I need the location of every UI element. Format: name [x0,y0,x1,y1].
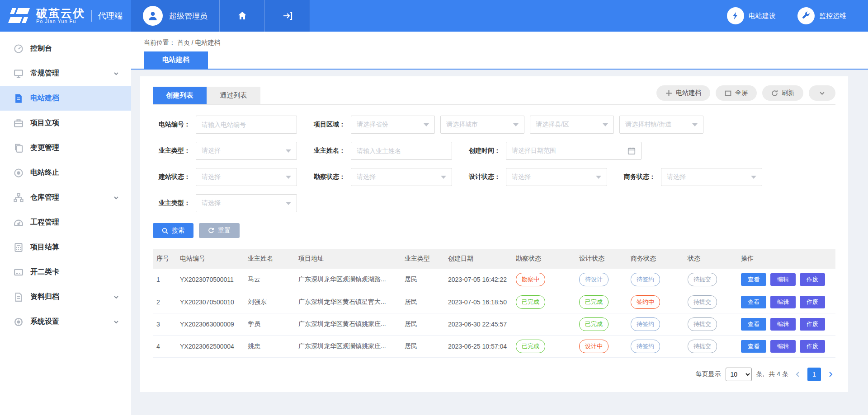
home-button[interactable] [220,0,265,32]
invalidate-button[interactable]: 作废 [800,296,825,308]
sidebar-item-system-settings[interactable]: 系统设置 [0,309,131,334]
logout-button[interactable] [265,0,310,32]
caret-down-icon [286,202,291,205]
topbar-nav: 电站建设 监控运维 [727,0,868,32]
filter-business-status: 商务状态： 请选择 [618,168,762,186]
field-label: 建站状态： [153,173,196,181]
survey-status-select[interactable]: 请选择 [351,168,452,186]
col-status: 状态 [684,249,737,269]
button-label: 电站建档 [676,89,701,97]
col-business-status: 商务状态 [627,249,684,269]
nav-station-build[interactable]: 电站建设 [727,7,776,24]
business-status-select[interactable]: 请选择 [661,168,762,186]
region-selects: 请选择省份 请选择城市 请选择县/区 请选择村镇/街道 [351,116,703,134]
document-icon [14,93,24,103]
sidebar-item-station-archive[interactable]: 电站建档 [0,86,131,111]
chevron-down-icon [113,294,119,300]
search-button[interactable]: 搜索 [153,223,193,238]
sidebar-item-general-mgmt[interactable]: 常规管理 [0,61,131,86]
view-button[interactable]: 查看 [741,273,766,286]
user-section: 超级管理员 [131,0,310,32]
nav-monitor-ops[interactable]: 监控运维 [797,7,846,24]
chevron-down-icon [113,319,119,325]
prev-page-button[interactable] [793,369,803,379]
reset-button[interactable]: 重置 [199,223,240,238]
sidebar-item-change-mgmt[interactable]: 变更管理 [0,135,131,160]
page-tab-station-archive[interactable]: 电站建档 [144,51,208,69]
province-select[interactable]: 请选择省份 [351,116,435,134]
invalidate-button[interactable]: 作废 [800,318,825,331]
sitemap-icon [14,193,24,203]
view-button[interactable]: 查看 [741,340,766,353]
user-menu[interactable]: 超级管理员 [131,0,220,32]
collapse-button[interactable] [809,85,835,101]
edit-button[interactable]: 编辑 [770,273,796,286]
edit-button[interactable]: 编辑 [770,318,796,331]
owner-type-2-select[interactable]: 请选择 [196,194,297,212]
page-number-1[interactable]: 1 [807,368,821,381]
city-select[interactable]: 请选择城市 [440,116,524,134]
cell-owner-type: 居民 [401,313,444,335]
edit-button[interactable]: 编辑 [770,296,796,308]
next-page-button[interactable] [826,369,835,379]
refresh-button[interactable]: 刷新 [762,85,803,101]
page-tabs: 电站建档 [131,51,868,69]
sidebar-item-project-settlement[interactable]: 项目结算 [0,235,131,260]
caret-down-icon [751,176,756,179]
county-select[interactable]: 请选择县/区 [530,116,614,134]
design-status-select[interactable]: 请选择 [506,168,607,186]
filter-owner-type: 业主类型： 请选择 [153,142,297,160]
sidebar-item-station-terminate[interactable]: 电站终止 [0,160,131,185]
build-status-select[interactable]: 请选择 [196,168,297,186]
filter-build-status: 建站状态： 请选择 [153,168,297,186]
select-placeholder: 请选择 [202,147,286,155]
logo: 破茧云伏 Po Jian Yun Fu 代理端 [0,0,131,32]
date-placeholder: 请选择日期范围 [512,147,627,155]
edit-button[interactable]: 编辑 [770,340,796,353]
filter-station-no: 电站编号： [153,116,297,134]
search-actions: 搜索 重置 [153,223,835,238]
sidebar-item-engineering-mgmt[interactable]: 工程管理 [0,210,131,235]
field-label: 电站编号： [153,121,196,129]
tab-passed-list[interactable]: 通过列表 [207,87,260,104]
sidebar-item-console[interactable]: 控制台 [0,36,131,61]
row-actions: 查看 编辑 作废 [741,318,832,331]
pagination: 每页显示 10 条, 共 4 条 1 [153,368,835,381]
filter-row-3: 建站状态： 请选择 勘察状态： 请选择 设计状态： [153,168,835,186]
select-placeholder: 请选择 [357,173,441,181]
button-label: 搜索 [172,227,184,235]
station-no-input[interactable] [196,116,297,134]
view-button[interactable]: 查看 [741,296,766,308]
sidebar-item-warehouse-mgmt[interactable]: 仓库管理 [0,185,131,210]
filter-survey-status: 勘察状态： 请选择 [308,168,452,186]
col-created-date: 创建日期 [444,249,512,269]
cell-created-date: 2023-06-30 22:45:57 [444,313,512,335]
monitor-icon [14,69,24,79]
per-page-select[interactable]: 10 [726,368,752,381]
invalidate-button[interactable]: 作废 [800,340,825,353]
topbar-spacer [310,0,727,32]
sidebar-item-data-archive[interactable]: 资料归档 [0,284,131,309]
sidebar-item-label: 变更管理 [30,143,119,153]
fullscreen-icon [725,90,731,97]
date-range-input[interactable]: 请选择日期范围 [506,142,642,160]
survey-status-badge: 勘察中 [516,273,545,286]
fullscreen-button[interactable]: 全屏 [716,85,757,101]
row-actions: 查看 编辑 作废 [741,340,832,353]
create-station-button[interactable]: 电站建档 [656,85,710,101]
cell-project-address: 广东深圳龙华区黄石镇星官大... [295,291,401,313]
filter-row-1: 电站编号： 项目区域： 请选择省份 请选择城市 [153,116,835,134]
sidebar-item-type2-card[interactable]: 开二类卡 [0,260,131,284]
sidebar-item-project-initiation[interactable]: 项目立项 [0,111,131,135]
owner-type-select[interactable]: 请选择 [196,142,297,160]
per-page-label: 每页显示 [696,370,721,378]
invalidate-button[interactable]: 作废 [800,273,825,286]
tab-create-list[interactable]: 创建列表 [153,87,207,104]
owner-name-input[interactable] [351,142,452,160]
button-label: 全屏 [735,89,748,97]
business-status-badge: 签约中 [631,295,660,309]
field-label: 业主类型： [153,147,196,155]
cell-created-date: 2023-07-05 16:18:50 [444,291,512,313]
town-select[interactable]: 请选择村镇/街道 [619,116,703,134]
view-button[interactable]: 查看 [741,318,766,331]
